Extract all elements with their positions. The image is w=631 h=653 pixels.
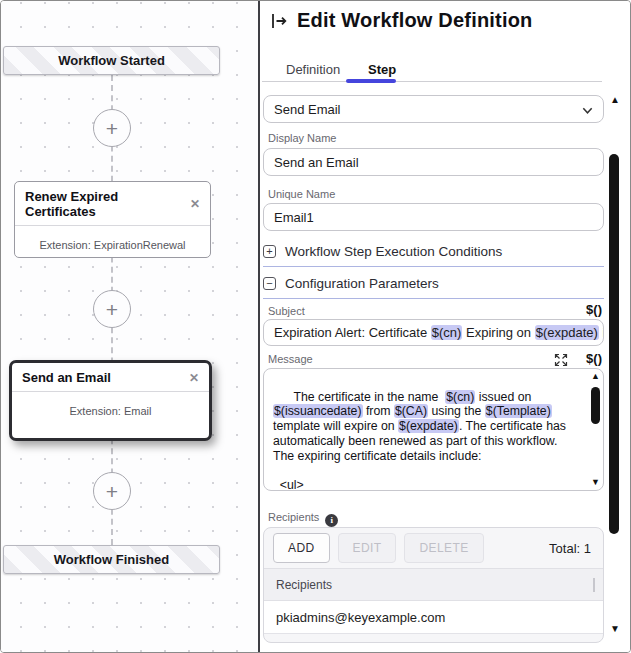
collapse-section-icon[interactable]: − — [263, 277, 276, 290]
unique-name-label: Unique Name — [268, 188, 335, 200]
chevron-down-icon — [581, 104, 594, 117]
expand-editor-icon[interactable] — [554, 353, 568, 367]
add-step-button[interactable]: + — [93, 109, 131, 147]
workflow-finish-label: Workflow Finished — [54, 552, 169, 567]
remove-step-icon[interactable]: ✕ — [190, 197, 200, 211]
workflow-canvas[interactable]: Workflow Started + Renew Expired Certifi… — [1, 1, 258, 652]
total-count: Total: 1 — [549, 541, 591, 556]
section-label: Configuration Parameters — [285, 276, 439, 291]
section-execution-conditions[interactable]: + Workflow Step Execution Conditions — [263, 244, 502, 259]
unique-name-value: Email1 — [274, 210, 314, 225]
step-node-send-an-email[interactable]: Send an Email ✕ Extension: Email — [9, 360, 212, 441]
message-scrollbar[interactable]: ▲ ▼ — [590, 372, 602, 487]
recipients-header-text: Recipients — [276, 578, 332, 592]
step-node-extension: Extension: ExpirationRenewal — [15, 239, 210, 251]
subject-input[interactable]: Expiration Alert: Certificate $(cn) Expi… — [263, 319, 604, 346]
recipients-label-text: Recipients — [268, 511, 319, 523]
app-window: Workflow Started + Renew Expired Certifi… — [0, 0, 631, 653]
step-type-selected-value: Send Email — [274, 102, 340, 117]
tab-step[interactable]: Step — [368, 62, 396, 77]
recipients-toolbar: ADD EDIT DELETE Total: 1 — [264, 528, 603, 568]
subject-label: Subject — [268, 305, 305, 317]
display-name-value: Send an Email — [274, 155, 359, 170]
panel-header: Edit Workflow Definition — [269, 9, 533, 32]
panel-scroll-up-icon[interactable]: ▲ — [608, 95, 622, 105]
add-step-button[interactable]: + — [93, 472, 131, 510]
remove-step-icon[interactable]: ✕ — [189, 371, 199, 385]
expand-section-icon[interactable]: + — [263, 245, 276, 258]
step-node-renew-expired-certificates[interactable]: Renew Expired Certificates ✕ Extension: … — [14, 181, 211, 258]
message-textarea[interactable]: The certificate in the name $(cn) issued… — [263, 368, 604, 491]
active-tab-indicator — [346, 79, 396, 83]
section-label: Workflow Step Execution Conditions — [285, 244, 502, 259]
step-node-header: Renew Expired Certificates ✕ — [15, 182, 210, 226]
plus-icon: + — [106, 299, 118, 320]
step-node-title: Send an Email — [22, 370, 111, 385]
unique-name-input[interactable]: Email1 — [263, 203, 604, 231]
step-node-header: Send an Email ✕ — [12, 363, 209, 392]
message-variable-hint[interactable]: $() — [586, 351, 602, 366]
plus-icon: + — [106, 118, 118, 139]
message-label: Message — [268, 353, 313, 365]
message-value: The certificate in the name $(cn) issued… — [273, 390, 569, 491]
recipients-label: Recipientsi — [268, 511, 338, 527]
edit-workflow-panel: Edit Workflow Definition Definition Step… — [260, 1, 630, 652]
recipients-column-header: Recipients — [264, 568, 603, 601]
add-button[interactable]: ADD — [273, 533, 330, 563]
step-node-extension: Extension: Email — [12, 405, 209, 417]
display-name-input[interactable]: Send an Email — [263, 148, 604, 176]
collapse-panel-icon[interactable] — [269, 11, 289, 31]
delete-button[interactable]: DELETE — [404, 533, 483, 563]
tabs-divider — [262, 81, 602, 82]
scrollbar-thumb[interactable] — [591, 387, 600, 424]
section-configuration-parameters[interactable]: − Configuration Parameters — [263, 276, 439, 291]
plus-icon: + — [106, 481, 118, 502]
recipients-card: ADD EDIT DELETE Total: 1 Recipients pkia… — [263, 527, 604, 643]
section-divider — [263, 298, 604, 299]
subject-variable-hint[interactable]: $() — [586, 302, 602, 317]
section-divider — [263, 266, 604, 267]
workflow-start-node[interactable]: Workflow Started — [3, 46, 220, 75]
step-node-title: Renew Expired Certificates — [25, 189, 190, 219]
edit-button[interactable]: EDIT — [338, 533, 397, 563]
scroll-up-icon[interactable]: ▲ — [591, 372, 600, 381]
scroll-down-icon[interactable]: ▼ — [591, 478, 600, 487]
tab-definition[interactable]: Definition — [286, 62, 340, 77]
subject-value: Expiration Alert: Certificate $(cn) Expi… — [274, 325, 604, 340]
panel-scrollbar-thumb[interactable] — [609, 154, 619, 534]
step-type-select[interactable]: Send Email — [263, 95, 604, 123]
recipient-email: pkiadmins@keyexample.com — [276, 610, 445, 625]
workflow-start-label: Workflow Started — [58, 53, 165, 68]
add-step-button[interactable]: + — [93, 290, 131, 328]
info-icon[interactable]: i — [325, 514, 338, 527]
display-name-label: Display Name — [268, 132, 336, 144]
panel-scroll-down-icon[interactable]: ▼ — [608, 624, 622, 634]
page-title: Edit Workflow Definition — [297, 9, 533, 32]
table-row[interactable]: pkiadmins@keyexample.com — [264, 601, 603, 634]
workflow-finish-node[interactable]: Workflow Finished — [3, 545, 220, 574]
column-resize-handle[interactable] — [593, 578, 595, 592]
